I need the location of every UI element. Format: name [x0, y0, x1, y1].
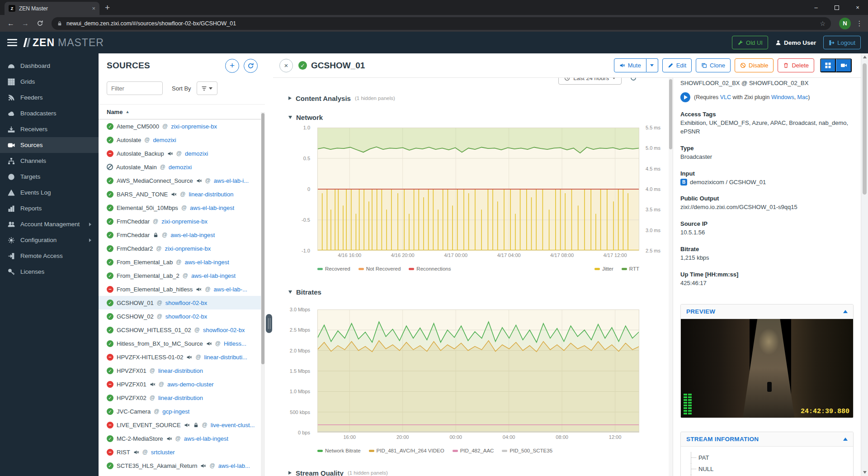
source-row[interactable]: ✓JVC-Camera@gcp-ingest	[99, 405, 261, 418]
new-tab-button[interactable]: +	[105, 3, 110, 13]
source-cluster-link[interactable]: aws-el-lab-i...	[214, 177, 249, 184]
time-range-button[interactable]: Last 24 hours	[558, 78, 622, 85]
bookmark-star-icon[interactable]: ☆	[820, 20, 826, 27]
source-row[interactable]: −LIVE_EVENT_SOURCE@live-event-clust...	[99, 418, 261, 432]
source-cluster-link[interactable]: demozixi	[153, 137, 176, 143]
legend-item[interactable]: Not Recovered	[359, 266, 401, 271]
delete-button[interactable]: Delete	[778, 58, 814, 72]
source-cluster-link[interactable]: zixi-onpremise-bx	[165, 245, 211, 252]
source-cluster-link[interactable]: live-event-clust...	[211, 422, 255, 428]
mac-link[interactable]: Mac	[797, 94, 808, 100]
source-row[interactable]: −HPVZFX-HITLESS-01-02@linear-distributi.…	[99, 350, 261, 364]
browser-tab[interactable]: Z ZEN Master ×	[5, 2, 99, 15]
browser-menu-icon[interactable]: ⋮	[855, 19, 863, 28]
mute-dropdown-button[interactable]	[646, 58, 658, 72]
old-ui-button[interactable]: Old UI	[732, 36, 768, 49]
source-row[interactable]: ✓FrmCheddar@zixi-onpremise-bx	[99, 214, 261, 228]
source-cluster-link[interactable]: aws-el-lab...	[218, 462, 250, 469]
legend-item[interactable]: PID_482_AAC	[453, 448, 494, 453]
source-row[interactable]: ✓HPVZFX01@linear-distribution	[99, 364, 261, 377]
play-button[interactable]	[680, 92, 690, 102]
window-minimize-button[interactable]: –	[806, 0, 826, 15]
refresh-sources-button[interactable]	[244, 59, 258, 73]
section-network[interactable]: Network	[288, 113, 662, 121]
stream-information-header[interactable]: STREAM INFORMATION	[681, 432, 853, 447]
sidebar-item-dashboard[interactable]: Dashboard	[0, 58, 99, 74]
legend-item[interactable]: Jitter	[594, 266, 613, 271]
source-cluster-link[interactable]: aws-el-lab-ingest	[184, 259, 229, 266]
vlc-link[interactable]: VLC	[720, 94, 731, 100]
source-cluster-link[interactable]: aws-el-lab-ingest	[190, 205, 234, 211]
grid-view-button[interactable]	[820, 58, 836, 72]
section-content-analysis[interactable]: Content Analysis (1 hidden panels)	[288, 94, 662, 102]
sidebar-item-configuration[interactable]: Configuration	[0, 232, 99, 248]
tab-close-icon[interactable]: ×	[92, 5, 95, 11]
sidebar-item-feeders[interactable]: Feeders	[0, 90, 99, 105]
source-row[interactable]: Autoslate_Main@demozixi	[99, 160, 261, 174]
source-cluster-link[interactable]: demozixi	[185, 150, 208, 157]
source-row[interactable]: −RIST@srtcluster	[99, 445, 261, 459]
source-row[interactable]: ✓HPVZFX02@linear-distribution	[99, 391, 261, 405]
sidebar-item-grids[interactable]: Grids	[0, 74, 99, 90]
collapse-icon[interactable]	[843, 438, 848, 441]
source-cluster-link[interactable]: showfloor-02-bx	[165, 313, 208, 320]
source-cluster-link[interactable]: zixi-onpremise-bx	[171, 123, 217, 130]
source-cluster-link[interactable]: aws-el-lab-ingest	[191, 272, 236, 279]
sidebar-item-targets[interactable]: Targets	[0, 169, 99, 185]
sources-scrollbar-thumb[interactable]	[261, 113, 264, 364]
profile-avatar[interactable]: N	[839, 18, 851, 29]
sidebar-item-licenses[interactable]: Licenses	[0, 264, 99, 280]
window-close-button[interactable]: ×	[847, 0, 868, 15]
add-source-button[interactable]: +	[225, 59, 239, 73]
source-row[interactable]: ✓GCSHOW_02@showfloor-02-bx	[99, 309, 261, 323]
tree-item-null[interactable]: NULL	[691, 463, 849, 475]
filter-input[interactable]	[107, 81, 163, 95]
source-row[interactable]: ✓Ateme_CM5000@zixi-onpremise-bx	[99, 119, 261, 133]
source-cluster-link[interactable]: zixi-onpremise-bx	[161, 218, 208, 225]
source-cluster-link[interactable]: linear-distribution	[158, 395, 203, 401]
collapse-icon[interactable]	[843, 310, 848, 313]
panel-resize-grip[interactable]	[266, 314, 272, 333]
sidebar-item-account-management[interactable]: Account Management	[0, 216, 99, 232]
window-scrollbar[interactable]	[861, 53, 868, 476]
source-row[interactable]: ✓Hitless_from_BX_to_MC_Source@Hitless...	[99, 337, 261, 350]
section-bitrates[interactable]: Bitrates	[288, 288, 662, 296]
source-row[interactable]: ✓From_Elemental_Lab@aws-el-lab-ingest	[99, 255, 261, 269]
source-row[interactable]: ✓GCSHOW_HITLESS_01_02@showfloor-02-bx	[99, 323, 261, 337]
source-cluster-link[interactable]: aws-el-lab-ingest	[184, 435, 228, 442]
source-cluster-link[interactable]: Hitless...	[224, 340, 246, 347]
source-cluster-link[interactable]: gcp-ingest	[162, 408, 189, 415]
logout-button[interactable]: Logout	[823, 36, 861, 49]
window-maximize-button[interactable]	[826, 0, 847, 15]
close-detail-button[interactable]: ×	[279, 59, 293, 72]
preview-header[interactable]: PREVIEW	[681, 305, 853, 319]
source-cluster-link[interactable]: linear-distribution	[189, 191, 233, 198]
detail-scrollbar-thumb[interactable]	[669, 79, 672, 149]
sort-options-button[interactable]	[197, 81, 217, 95]
source-row[interactable]: ✓FrmCheddar2@zixi-onpremise-bx	[99, 242, 261, 255]
source-row[interactable]: ✓From_Elemental_Lab_2@aws-el-lab-ingest	[99, 269, 261, 282]
source-cluster-link[interactable]: aws-demo-cluster	[167, 381, 214, 388]
clone-button[interactable]: Clone	[696, 58, 731, 72]
source-cluster-link[interactable]: demozixi	[169, 164, 192, 171]
back-icon[interactable]: ←	[5, 17, 17, 30]
detail-scroll-area[interactable]: Last 24 hours Content Analysis (1 hidden…	[273, 78, 669, 476]
legend-item[interactable]: PID_481_AVC/H_264 VIDEO	[369, 448, 444, 453]
sidebar-item-receivers[interactable]: Receivers	[0, 121, 99, 137]
sidebar-item-events-log[interactable]: Events Log	[0, 185, 99, 200]
legend-item[interactable]: Recovered	[317, 266, 350, 271]
bitrates-plot[interactable]	[317, 309, 639, 433]
sidebar-item-remote-access[interactable]: Remote Access	[0, 248, 99, 264]
sidebar-item-channels[interactable]: Channels	[0, 153, 99, 169]
detail-scrollbar[interactable]	[669, 78, 673, 476]
section-stream-quality[interactable]: Stream Quality (1 hidden panels)	[288, 469, 662, 476]
tree-item-pat[interactable]: PAT	[691, 452, 849, 463]
scroll-down-icon[interactable]	[863, 471, 867, 474]
legend-item[interactable]: Network Bitrate	[317, 448, 361, 453]
source-cluster-link[interactable]: showfloor-02-bx	[165, 300, 208, 306]
source-row[interactable]: −Autoslate_Backup@demozixi	[99, 147, 261, 160]
sidebar-item-reports[interactable]: Reports	[0, 200, 99, 216]
sources-scrollbar[interactable]	[261, 112, 265, 476]
source-cluster-link[interactable]: linear-distribution	[158, 367, 203, 374]
sidebar-item-broadcasters[interactable]: Broadcasters	[0, 105, 99, 121]
